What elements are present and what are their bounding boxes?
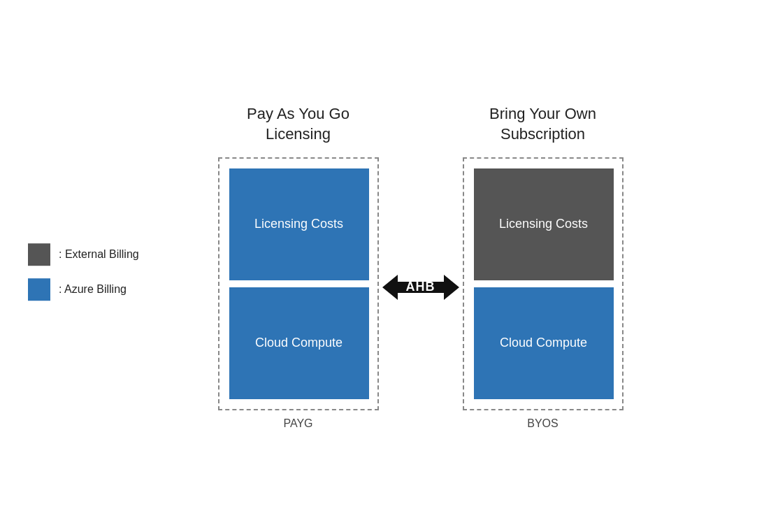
column-byos: Bring Your OwnSubscription Licensing Cos…	[463, 103, 624, 430]
byos-title: Bring Your OwnSubscription	[489, 103, 596, 145]
payg-licensing-block: Licensing Costs	[229, 168, 369, 280]
legend: : External Billing : Azure Billing	[28, 243, 139, 301]
payg-compute-label: Cloud Compute	[255, 336, 343, 350]
legend-label-azure: : Azure Billing	[59, 283, 127, 296]
legend-box-azure	[28, 278, 50, 301]
byos-licensing-label: Licensing Costs	[499, 217, 588, 231]
byos-dashed-box: Licensing Costs Cloud Compute	[463, 157, 624, 410]
payg-compute-block: Cloud Compute	[229, 287, 369, 399]
legend-box-external	[28, 243, 50, 266]
byos-label: BYOS	[527, 417, 558, 430]
ahb-container: AHB	[379, 266, 463, 308]
diagram-container: : External Billing : Azure Billing Pay A…	[0, 0, 771, 532]
ahb-arrow: AHB	[382, 266, 459, 308]
byos-compute-block: Cloud Compute	[474, 287, 614, 399]
byos-licensing-block: Licensing Costs	[474, 168, 614, 280]
ahb-label: AHB	[406, 280, 435, 294]
payg-label: PAYG	[283, 417, 312, 430]
column-payg: Pay As You GoLicensing Licensing Costs C…	[218, 103, 379, 430]
payg-dashed-box: Licensing Costs Cloud Compute	[218, 157, 379, 410]
diagram-main: Pay As You GoLicensing Licensing Costs C…	[218, 103, 624, 430]
legend-item-azure: : Azure Billing	[28, 278, 139, 301]
legend-item-external: : External Billing	[28, 243, 139, 266]
payg-licensing-label: Licensing Costs	[254, 217, 343, 231]
byos-compute-label: Cloud Compute	[500, 336, 587, 350]
payg-title: Pay As You GoLicensing	[247, 103, 350, 145]
legend-label-external: : External Billing	[59, 248, 139, 261]
